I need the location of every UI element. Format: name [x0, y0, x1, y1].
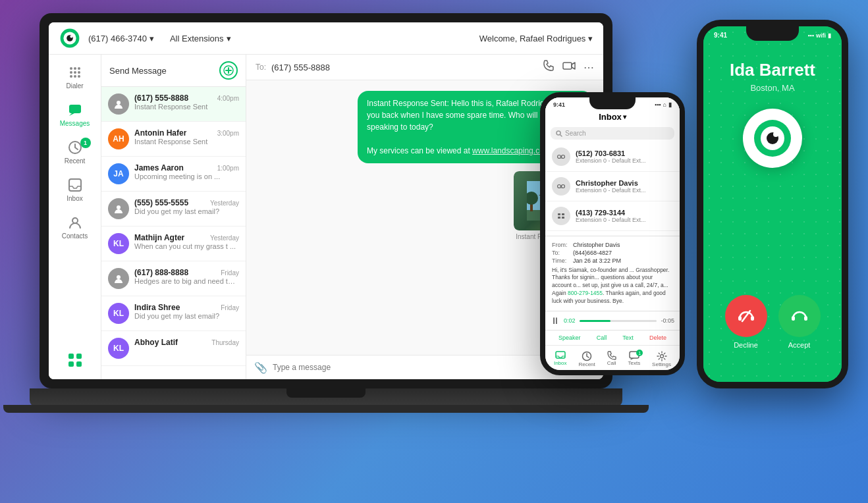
- message-input[interactable]: [273, 363, 578, 372]
- vm-item[interactable]: Christopher Davis Extension 0 - Default …: [545, 172, 680, 201]
- dialer-label: Dialer: [66, 82, 83, 90]
- vm-item[interactable]: (413) 729-3144 Extension 0 - Default Ext…: [545, 201, 680, 231]
- decline-label: Decline: [734, 341, 758, 349]
- avatar: [108, 268, 129, 289]
- phone-number-selector[interactable]: (617) 466-3740 ▾: [88, 34, 154, 43]
- audio-end-time: -0:05: [661, 317, 674, 324]
- selected-phone: (617) 466-3740: [88, 34, 147, 43]
- message-list-title: Send Message: [109, 66, 167, 76]
- nav-item-recent[interactable]: Recent: [578, 351, 595, 367]
- right-battery-icon: ▮: [828, 32, 831, 39]
- accept-button[interactable]: [778, 295, 821, 337]
- sidebar-item-messages[interactable]: Messages: [51, 97, 99, 132]
- nav-call-icon: [607, 351, 616, 360]
- sidebar-item-more[interactable]: [51, 346, 99, 374]
- svg-rect-16: [69, 179, 81, 191]
- avatar: KL: [108, 303, 129, 324]
- detail-from-row: From: Christopher Davis: [552, 242, 673, 248]
- message-item-top: (617) 555-8888 4:00pm: [134, 93, 239, 103]
- nav-item-texts[interactable]: 1 Texts: [628, 351, 641, 367]
- nav-inbox-icon: [555, 351, 566, 360]
- laptop-camera-notch: [286, 388, 366, 398]
- compose-button[interactable]: [219, 61, 238, 80]
- message-item-content: Antonin Hafer 3:00pm Instant Response Se…: [134, 128, 239, 146]
- bottom-actions: Speaker Call Text Delete: [545, 330, 680, 345]
- message-item-time: Friday: [221, 304, 239, 311]
- decline-button[interactable]: [725, 295, 767, 337]
- laptop-screen: (617) 466-3740 ▾ All Extensions ▾ Welcom…: [49, 22, 603, 379]
- speaker-button[interactable]: Speaker: [558, 334, 581, 341]
- message-item-time: 3:00pm: [217, 130, 239, 137]
- attachment-icon[interactable]: 📎: [254, 361, 267, 374]
- decline-wrapper: Decline: [725, 295, 767, 349]
- sidebar-item-inbox[interactable]: Inbox: [51, 172, 99, 207]
- message-item[interactable]: KL Mathijn Agter Yesterday When can you …: [101, 226, 246, 261]
- nav-item-settings[interactable]: Settings: [652, 351, 671, 367]
- nav-recent-label: Recent: [578, 361, 595, 367]
- extension-selector[interactable]: All Extensions ▾: [170, 34, 231, 43]
- vm-item[interactable]: (512) 703-6831 Extension 0 - Default Ext…: [545, 142, 680, 172]
- message-item[interactable]: (555) 555-5555 Yesterday Did you get my …: [101, 192, 246, 226]
- phone-left-notch: [589, 97, 636, 109]
- message-item-preview: Instant Response Sent: [134, 103, 239, 111]
- svg-point-8: [74, 71, 76, 74]
- svg-rect-66: [792, 316, 795, 321]
- welcome-user[interactable]: Welcome, Rafael Rodrigues ▾: [479, 34, 593, 43]
- message-item[interactable]: (617) 888-8888 Friday Hedges are to big …: [101, 261, 246, 296]
- message-item-content: (555) 555-5555 Yesterday Did you get my …: [134, 198, 239, 215]
- grasshopper-logo-icon: [753, 119, 792, 158]
- wifi-icon: ⌂: [663, 101, 666, 108]
- audio-progress-bar[interactable]: [580, 320, 657, 322]
- svg-rect-50: [558, 213, 560, 215]
- message-item[interactable]: KL Indira Shree Friday Did you get my la…: [101, 296, 246, 331]
- message-item-name: Mathijn Agter: [134, 233, 184, 242]
- phone-search-bar[interactable]: Search: [551, 127, 674, 140]
- pause-button[interactable]: ⏸: [551, 315, 560, 326]
- phone-right: 9:41 ▪▪▪ wifi ▮ Ida Barrett Boston, MA: [697, 20, 848, 388]
- nav-item-inbox[interactable]: Inbox: [554, 351, 567, 367]
- message-item-time: Thursday: [211, 339, 239, 346]
- svg-point-25: [117, 101, 121, 105]
- sidebar-item-recent[interactable]: 1 Recent: [51, 135, 99, 170]
- svg-rect-51: [562, 213, 564, 215]
- call-buttons: Decline Accept: [703, 295, 842, 349]
- svg-rect-53: [562, 217, 564, 219]
- svg-rect-13: [69, 105, 81, 113]
- call-back-button[interactable]: Call: [597, 334, 607, 341]
- nav-texts-label: Texts: [628, 360, 641, 366]
- message-item[interactable]: (617) 555-8888 4:00pm Instant Response S…: [101, 87, 246, 122]
- message-item[interactable]: JA James Aaron 1:00pm Upcoming meeting i…: [101, 157, 246, 192]
- extension-dropdown-icon: ▾: [227, 34, 231, 43]
- more-action-icon[interactable]: ⋯: [583, 61, 594, 74]
- svg-marker-14: [69, 113, 74, 116]
- callback-number[interactable]: 800-279-1455: [568, 290, 603, 296]
- svg-point-58: [660, 355, 663, 358]
- video-action-icon[interactable]: [562, 61, 576, 74]
- delete-button[interactable]: Delete: [649, 334, 666, 341]
- to-value: (844)668-4827: [573, 250, 612, 256]
- sidebar-item-dialer[interactable]: Dialer: [51, 60, 99, 95]
- vm-name: Christopher Davis: [576, 179, 673, 187]
- svg-point-44: [558, 155, 561, 159]
- to-label: To:: [552, 250, 570, 256]
- call-action-icon[interactable]: [543, 60, 555, 74]
- phone-icon: [543, 60, 555, 72]
- nav-call-label: Call: [607, 360, 616, 366]
- audio-player: ⏸ 0:02 -0:05: [545, 311, 680, 330]
- message-item[interactable]: KL Abhoy Latif Thursday: [101, 331, 246, 366]
- signal-icon: ▪▪▪: [655, 101, 661, 108]
- text-back-button[interactable]: Text: [622, 334, 634, 341]
- message-item-name: Abhoy Latif: [134, 338, 178, 347]
- avatar: KL: [108, 338, 129, 359]
- phone-status-icons: ▪▪▪ ⌂ ▮: [655, 101, 672, 108]
- vm-icon: [552, 207, 570, 225]
- sidebar-item-contacts[interactable]: Contacts: [51, 210, 99, 245]
- nav-item-call[interactable]: Call: [607, 351, 616, 367]
- vm-content: Christopher Davis Extension 0 - Default …: [576, 179, 673, 194]
- message-item[interactable]: AH Antonin Hafer 3:00pm Instant Response…: [101, 122, 246, 157]
- svg-point-48: [562, 185, 565, 188]
- svg-rect-18: [68, 354, 74, 359]
- message-item-name: (555) 555-5555: [134, 198, 188, 207]
- nav-inbox-label: Inbox: [554, 360, 567, 366]
- laptop-bezel: (617) 466-3740 ▾ All Extensions ▾ Welcom…: [40, 13, 612, 388]
